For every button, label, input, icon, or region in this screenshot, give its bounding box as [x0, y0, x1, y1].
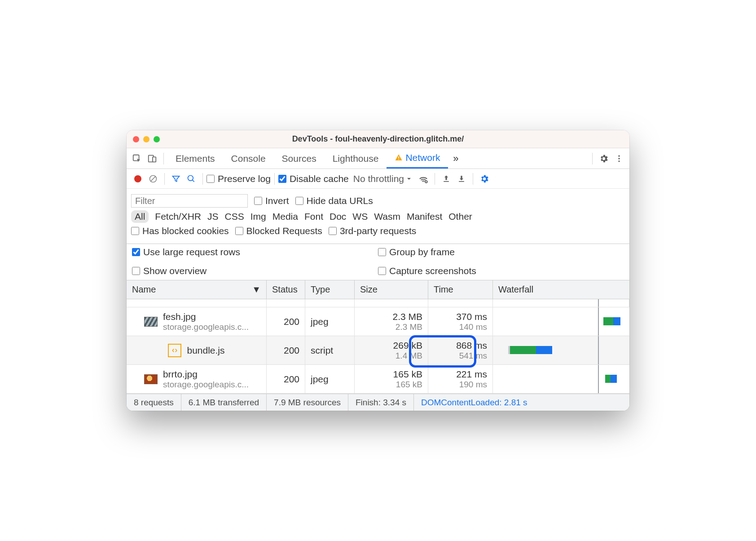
- table-row[interactable]: fesh.jpgstorage.googleapis.c... 200 jpeg…: [127, 307, 629, 336]
- tab-elements[interactable]: Elements: [167, 148, 223, 169]
- svg-line-9: [150, 176, 156, 182]
- filter-icon[interactable]: [168, 171, 184, 186]
- status-requests: 8 requests: [127, 394, 181, 411]
- separator: [164, 173, 165, 185]
- minimize-window-button[interactable]: [143, 136, 149, 142]
- filter-input[interactable]: [131, 194, 248, 208]
- filter-type-doc[interactable]: Doc: [330, 211, 346, 222]
- network-settings-gear-icon[interactable]: [477, 171, 492, 186]
- filter-type-js[interactable]: JS: [207, 211, 219, 222]
- tab-network[interactable]: Network: [387, 148, 448, 169]
- separator: [473, 173, 473, 185]
- upload-har-icon[interactable]: [439, 171, 454, 186]
- network-options: Use large request rows Group by frame Sh…: [127, 244, 629, 280]
- svg-line-11: [193, 180, 194, 182]
- filter-type-wasm[interactable]: Wasm: [374, 211, 400, 222]
- request-domain: storage.googleapis.c...: [163, 380, 249, 390]
- large-rows-checkbox[interactable]: Use large request rows: [132, 247, 378, 257]
- titlebar: DevTools - foul-heavenly-direction.glitc…: [127, 130, 629, 148]
- status-domcontentloaded: DOMContentLoaded: 2.81 s: [414, 394, 535, 411]
- svg-rect-3: [399, 156, 400, 159]
- status-resources: 7.9 MB resources: [267, 394, 348, 411]
- table-row[interactable]: brrto.jpgstorage.googleapis.c... 200 jpe…: [127, 365, 629, 394]
- filter-type-other[interactable]: Other: [448, 211, 472, 222]
- waterfall-cell: [493, 336, 629, 364]
- request-name: brrto.jpg: [163, 369, 249, 380]
- status-transferred: 6.1 MB transferred: [181, 394, 267, 411]
- svg-point-10: [188, 175, 193, 181]
- hide-data-urls-checkbox[interactable]: Hide data URLs: [295, 195, 373, 206]
- image-thumb-icon: [144, 317, 158, 327]
- header-name[interactable]: Name▼: [127, 280, 267, 299]
- type-filter-list: All Fetch/XHR JS CSS Img Media Font Doc …: [131, 210, 625, 223]
- show-overview-checkbox[interactable]: Show overview: [132, 266, 378, 276]
- third-party-checkbox[interactable]: 3rd-party requests: [329, 226, 416, 236]
- blocked-requests-checkbox[interactable]: Blocked Requests: [235, 226, 322, 236]
- separator: [435, 173, 435, 185]
- script-icon: [168, 344, 181, 357]
- network-toolbar: Preserve log Disable cache No throttling: [127, 169, 629, 189]
- capture-screenshots-checkbox[interactable]: Capture screenshots: [378, 266, 624, 276]
- has-blocked-cookies-checkbox[interactable]: Has blocked cookies: [131, 226, 229, 236]
- separator: [592, 153, 593, 164]
- waterfall-cell: [493, 307, 629, 336]
- filter-type-manifest[interactable]: Manifest: [407, 211, 442, 222]
- zoom-window-button[interactable]: [154, 136, 160, 142]
- settings-gear-icon[interactable]: [596, 151, 611, 166]
- request-table: fesh.jpgstorage.googleapis.c... 200 jpeg…: [127, 299, 629, 394]
- table-header-row: Name▼ Status Type Size Time Waterfall: [127, 280, 629, 299]
- header-waterfall[interactable]: Waterfall: [493, 280, 629, 299]
- filter-type-ws[interactable]: WS: [352, 211, 368, 222]
- tab-sources[interactable]: Sources: [274, 148, 325, 169]
- filter-type-css[interactable]: CSS: [225, 211, 244, 222]
- table-row: [127, 299, 629, 307]
- device-toolbar-icon[interactable]: [145, 151, 160, 166]
- svg-rect-4: [399, 159, 400, 160]
- request-domain: storage.googleapis.c...: [163, 322, 249, 332]
- tab-console[interactable]: Console: [223, 148, 274, 169]
- header-type[interactable]: Type: [305, 280, 355, 299]
- separator: [202, 173, 203, 185]
- request-name: fesh.jpg: [163, 311, 249, 322]
- filter-type-fetch[interactable]: Fetch/XHR: [155, 211, 201, 222]
- svg-point-12: [425, 181, 427, 183]
- record-button[interactable]: [130, 171, 145, 186]
- inspect-element-icon[interactable]: [129, 151, 145, 166]
- filter-type-font[interactable]: Font: [304, 211, 323, 222]
- filter-type-media[interactable]: Media: [273, 211, 298, 222]
- header-time[interactable]: Time: [428, 280, 493, 299]
- traffic-lights: [133, 136, 160, 142]
- waterfall-cell: [493, 365, 629, 393]
- download-har-icon[interactable]: [454, 171, 469, 186]
- svg-rect-2: [153, 157, 156, 162]
- filter-type-all[interactable]: All: [131, 210, 149, 223]
- devtools-window: DevTools - foul-heavenly-direction.glitc…: [127, 130, 629, 411]
- close-window-button[interactable]: [133, 136, 139, 142]
- invert-checkbox[interactable]: Invert: [254, 195, 289, 206]
- group-by-frame-checkbox[interactable]: Group by frame: [378, 247, 624, 257]
- more-tabs-icon[interactable]: »: [448, 151, 463, 166]
- network-conditions-icon[interactable]: [416, 171, 431, 186]
- request-name: bundle.js: [187, 345, 224, 356]
- caret-down-icon: [407, 177, 411, 181]
- svg-point-7: [618, 160, 620, 162]
- table-row[interactable]: bundle.js 200 script 269 kB1.4 MB 868 ms…: [127, 336, 629, 365]
- warning-icon: [395, 154, 403, 162]
- clear-icon[interactable]: [145, 171, 161, 186]
- disable-cache-checkbox[interactable]: Disable cache: [278, 173, 349, 184]
- status-finish: Finish: 3.34 s: [348, 394, 414, 411]
- sort-caret-icon: ▼: [252, 284, 261, 295]
- header-status[interactable]: Status: [267, 280, 305, 299]
- filter-type-img[interactable]: Img: [251, 211, 266, 222]
- filter-bar: Invert Hide data URLs All Fetch/XHR JS C…: [127, 189, 629, 244]
- search-icon[interactable]: [184, 171, 199, 186]
- tab-lighthouse[interactable]: Lighthouse: [325, 148, 387, 169]
- header-size[interactable]: Size: [355, 280, 428, 299]
- throttling-select[interactable]: No throttling: [349, 173, 416, 184]
- status-bar: 8 requests 6.1 MB transferred 7.9 MB res…: [127, 394, 629, 411]
- kebab-menu-icon[interactable]: [611, 151, 627, 166]
- svg-point-5: [618, 155, 620, 156]
- svg-rect-14: [459, 181, 464, 182]
- svg-point-6: [618, 158, 620, 159]
- preserve-log-checkbox[interactable]: Preserve log: [207, 173, 271, 184]
